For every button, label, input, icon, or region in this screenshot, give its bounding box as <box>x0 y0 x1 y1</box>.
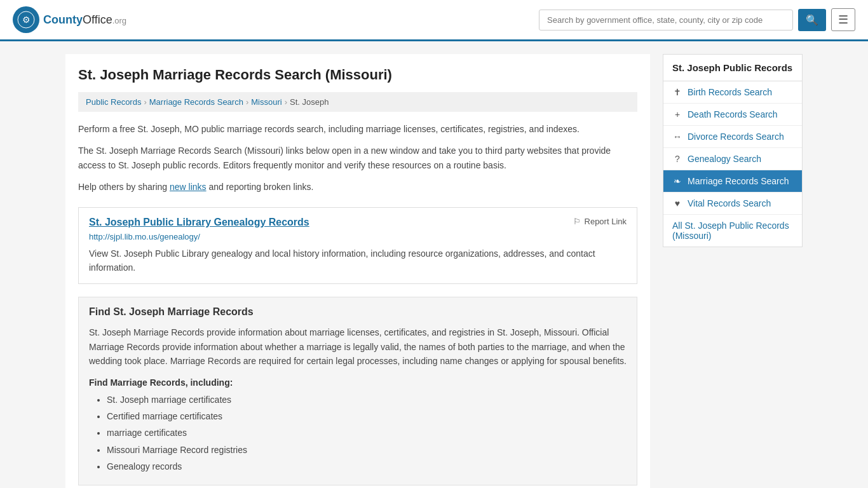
sidebar-item-divorce-records[interactable]: ↔ Divorce Records Search <box>663 126 802 148</box>
site-header: ⚙ CountyOffice.org 🔍 ☰ <box>0 0 868 41</box>
plus-icon: + <box>672 109 682 119</box>
content-area: St. Joseph Marriage Records Search (Miss… <box>65 54 650 488</box>
logo-icon: ⚙ <box>13 6 39 33</box>
help-suffix: and reporting broken links. <box>208 182 313 192</box>
find-section-desc: St. Joseph Marriage Records provide info… <box>89 325 627 368</box>
search-input[interactable] <box>539 10 793 30</box>
intro-text-2: The St. Joseph Marriage Records Search (… <box>78 144 637 172</box>
search-icon: 🔍 <box>806 15 818 25</box>
sidebar-birth-label: Birth Records Search <box>688 87 772 97</box>
question-icon: ? <box>672 154 682 164</box>
breadcrumb-st-joseph: St. Joseph <box>290 97 329 107</box>
record-card-title[interactable]: St. Joseph Public Library Genealogy Reco… <box>89 217 309 228</box>
hamburger-icon: ☰ <box>838 13 848 26</box>
sidebar-item-birth-records[interactable]: ✝ Birth Records Search <box>663 81 802 104</box>
menu-button[interactable]: ☰ <box>831 8 855 31</box>
breadcrumb-missouri[interactable]: Missouri <box>251 97 281 107</box>
record-card: St. Joseph Public Library Genealogy Reco… <box>78 207 637 285</box>
sidebar-item-vital-records[interactable]: ♥ Vital Records Search <box>663 193 802 215</box>
record-url[interactable]: http://sjpl.lib.mo.us/genealogy/ <box>89 232 627 241</box>
help-prefix: Help others by sharing <box>78 182 167 192</box>
breadcrumb-sep-2: › <box>246 97 248 107</box>
list-item: Certified marriage certificates <box>107 409 627 423</box>
intro-text-1: Perform a free St. Joseph, MO public mar… <box>78 122 637 136</box>
sidebar-vital-label: Vital Records Search <box>688 198 771 208</box>
list-item: Missouri Marriage Record registries <box>107 443 627 457</box>
sidebar-divorce-label: Divorce Records Search <box>688 132 784 142</box>
find-list: St. Joseph marriage certificates Certifi… <box>89 393 627 474</box>
person-icon: ✝ <box>672 87 682 97</box>
list-item: marriage certificates <box>107 426 627 440</box>
svg-text:⚙: ⚙ <box>22 15 31 25</box>
sidebar: St. Joseph Public Records ✝ Birth Record… <box>663 54 803 488</box>
record-desc: View St. Joseph Public Library genealogy… <box>89 247 627 275</box>
arrows-icon: ↔ <box>672 132 682 142</box>
breadcrumb-marriage-records-search[interactable]: Marriage Records Search <box>149 97 243 107</box>
list-item: St. Joseph marriage certificates <box>107 393 627 407</box>
sidebar-item-death-records[interactable]: + Death Records Search <box>663 104 802 126</box>
page-title: St. Joseph Marriage Records Search (Miss… <box>78 67 637 83</box>
heart-icon: ♥ <box>672 198 682 208</box>
find-section-heading: Find St. Joseph Marriage Records <box>89 306 627 318</box>
sidebar-genealogy-label: Genealogy Search <box>688 154 761 164</box>
record-card-header: St. Joseph Public Library Genealogy Reco… <box>89 217 627 228</box>
rings-icon: ❧ <box>672 176 682 186</box>
help-text: Help others by sharing new links and rep… <box>78 180 637 194</box>
report-link-label: Report Link <box>585 217 627 226</box>
search-area: 🔍 ☰ <box>539 8 855 31</box>
breadcrumb-sep-3: › <box>285 97 287 107</box>
find-list-header: Find Marriage Records, including: <box>89 377 627 388</box>
logo-area: ⚙ CountyOffice.org <box>13 6 126 33</box>
logo-tld: .org <box>112 16 126 25</box>
sidebar-death-label: Death Records Search <box>688 109 778 119</box>
new-links-link[interactable]: new links <box>170 182 207 192</box>
breadcrumb-public-records[interactable]: Public Records <box>86 97 141 107</box>
list-item: Genealogy records <box>107 459 627 473</box>
find-section: Find St. Joseph Marriage Records St. Jos… <box>78 297 637 485</box>
breadcrumb: Public Records › Marriage Records Search… <box>78 92 637 112</box>
breadcrumb-sep-1: › <box>144 97 146 107</box>
sidebar-item-marriage-records[interactable]: ❧ Marriage Records Search <box>663 170 802 193</box>
sidebar-all-records-link[interactable]: All St. Joseph Public Records (Missouri) <box>663 215 802 247</box>
sidebar-marriage-label: Marriage Records Search <box>688 176 789 186</box>
report-link-button[interactable]: ⚐ Report Link <box>573 217 627 226</box>
flag-icon: ⚐ <box>573 217 581 226</box>
main-wrapper: St. Joseph Marriage Records Search (Miss… <box>53 41 815 488</box>
search-button[interactable]: 🔍 <box>798 9 826 31</box>
sidebar-title: St. Joseph Public Records <box>663 55 802 81</box>
logo-office: Office <box>83 13 112 26</box>
logo-county: County <box>43 13 83 26</box>
logo-brand: CountyOffice.org <box>43 13 126 27</box>
sidebar-item-genealogy[interactable]: ? Genealogy Search <box>663 148 802 170</box>
sidebar-box: St. Joseph Public Records ✝ Birth Record… <box>663 54 803 247</box>
